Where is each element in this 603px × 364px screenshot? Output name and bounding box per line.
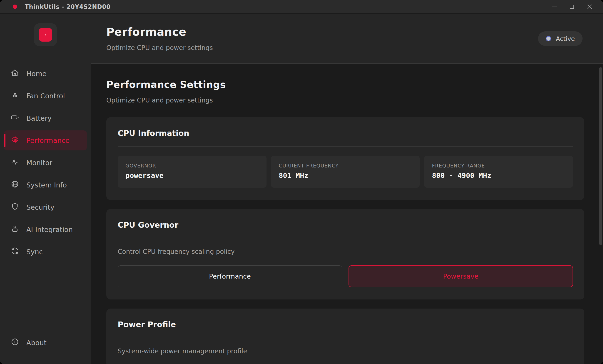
page-subtitle: Optimize CPU and power settings: [106, 44, 582, 52]
stat-value: 801 MHz: [279, 171, 412, 179]
maximize-button[interactable]: [563, 0, 581, 14]
sidebar-nav: HomeFan ControlBatteryPerformanceMonitor…: [0, 64, 91, 264]
status-dot-icon: [546, 36, 551, 41]
app-logo-icon: [39, 28, 52, 42]
sidebar-footer: About: [0, 326, 91, 364]
info-icon: [11, 338, 19, 348]
home-icon: [11, 69, 19, 79]
stat-tile-governor: GOVERNORpowersave: [118, 156, 267, 188]
stat-value: powersave: [125, 171, 259, 179]
section-title: Performance Settings: [106, 79, 584, 90]
app-body: HomeFan ControlBatteryPerformanceMonitor…: [0, 14, 603, 364]
sidebar-item-label: Performance: [26, 137, 70, 144]
sidebar-item-label: Monitor: [26, 159, 52, 167]
sidebar-item-ai-integration[interactable]: AI Integration: [4, 220, 87, 239]
sidebar: HomeFan ControlBatteryPerformanceMonitor…: [0, 14, 91, 364]
cpu-stats-grid: GOVERNORpowersaveCURRENT FREQUENCY801 MH…: [118, 156, 573, 188]
shield-icon: [11, 202, 19, 212]
minimize-icon: [551, 3, 557, 10]
sidebar-item-sync[interactable]: Sync: [4, 242, 87, 262]
sidebar-item-fan-control[interactable]: Fan Control: [4, 86, 87, 106]
battery-icon: [11, 113, 19, 123]
stat-label: FREQUENCY RANGE: [432, 163, 565, 169]
card-divider: [118, 238, 573, 238]
stat-label: GOVERNOR: [125, 163, 259, 169]
close-icon: [586, 3, 593, 10]
sidebar-item-label: AI Integration: [26, 226, 73, 234]
app-logo-dot: [13, 5, 17, 9]
governor-option-powersave[interactable]: Powersave: [348, 265, 573, 287]
sidebar-item-battery[interactable]: Battery: [4, 108, 87, 128]
stat-label: CURRENT FREQUENCY: [279, 163, 412, 169]
card-title: CPU Governor: [118, 220, 573, 229]
sidebar-item-monitor[interactable]: Monitor: [4, 153, 87, 173]
section-subtitle: Optimize CPU and power settings: [106, 96, 584, 104]
sidebar-item-label: About: [26, 339, 46, 347]
close-button[interactable]: [581, 0, 598, 14]
governor-option-performance[interactable]: Performance: [118, 265, 342, 287]
power-profile-description: System-wide power management profile: [118, 347, 573, 355]
sidebar-item-label: Battery: [26, 114, 52, 122]
sidebar-item-label: Home: [26, 70, 46, 78]
stat-tile-frequency-range: FREQUENCY RANGE800 - 4900 MHz: [424, 156, 573, 188]
power-profile-card: Power Profile System-wide power manageme…: [106, 309, 584, 364]
main-area: Performance Optimize CPU and power setti…: [91, 14, 603, 364]
sidebar-item-performance[interactable]: Performance: [4, 130, 87, 150]
activity-icon: [11, 158, 19, 168]
sidebar-spacer: [0, 264, 91, 326]
sidebar-item-about[interactable]: About: [4, 333, 87, 353]
status-label: Active: [556, 35, 575, 42]
scrollbar-thumb[interactable]: [599, 67, 602, 245]
app-window: ThinkUtils - 20Y4S2ND00 HomeFan ControlB…: [0, 0, 603, 364]
scroll-content[interactable]: Performance Settings Optimize CPU and po…: [91, 64, 603, 364]
stat-value: 800 - 4900 MHz: [432, 171, 565, 179]
sidebar-item-system-info[interactable]: System Info: [4, 175, 87, 195]
page-title: Performance: [106, 25, 582, 38]
governor-options: PerformancePowersave: [118, 265, 573, 287]
titlebar: ThinkUtils - 20Y4S2ND00: [0, 0, 603, 14]
sidebar-item-label: System Info: [26, 181, 67, 189]
cpu-icon: [11, 135, 19, 145]
refresh-icon: [11, 247, 19, 257]
card-title: Power Profile: [118, 320, 573, 329]
sidebar-item-home[interactable]: Home: [4, 64, 87, 84]
logo-wrap: [0, 14, 91, 49]
app-logo: [34, 23, 57, 46]
window-title: ThinkUtils - 20Y4S2ND00: [25, 3, 111, 10]
cpu-governor-card: CPU Governor Control CPU frequency scali…: [106, 209, 584, 299]
globe-icon: [11, 180, 19, 190]
maximize-icon: [568, 3, 575, 10]
card-title: CPU Information: [118, 129, 573, 138]
minimize-button[interactable]: [545, 0, 563, 14]
page-header: Performance Optimize CPU and power setti…: [91, 14, 603, 64]
card-divider: [118, 146, 573, 147]
sidebar-item-label: Sync: [26, 248, 43, 256]
stat-tile-current-frequency: CURRENT FREQUENCY801 MHz: [271, 156, 420, 188]
sidebar-item-label: Security: [26, 203, 54, 211]
cpu-information-card: CPU Information GOVERNORpowersaveCURRENT…: [106, 117, 584, 200]
status-badge: Active: [538, 31, 582, 46]
sidebar-item-security[interactable]: Security: [4, 197, 87, 217]
sidebar-item-label: Fan Control: [26, 92, 65, 100]
bot-icon: [11, 224, 19, 235]
fan-icon: [11, 91, 19, 101]
governor-description: Control CPU frequency scaling policy: [118, 248, 573, 255]
card-divider: [118, 338, 573, 338]
